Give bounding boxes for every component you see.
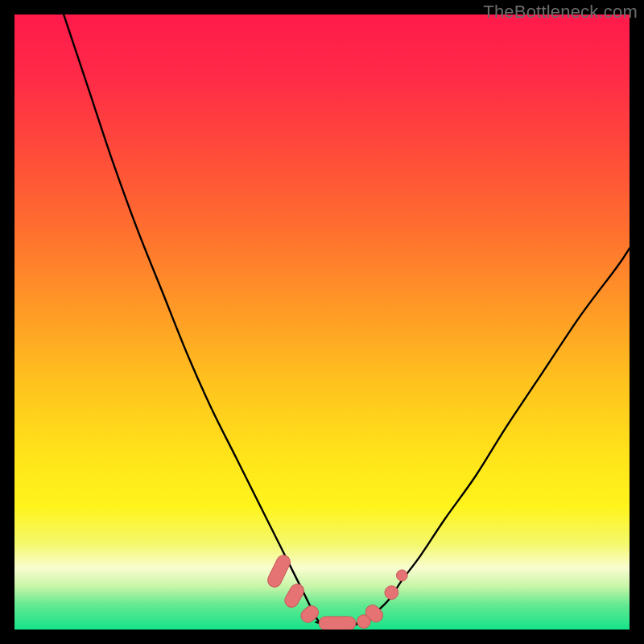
marker-pill	[319, 617, 356, 630]
chart-background	[14, 14, 630, 630]
chart-frame	[14, 14, 630, 630]
marker-dot	[385, 586, 398, 600]
watermark-text: TheBottleneck.com	[483, 2, 638, 23]
bottleneck-chart	[14, 14, 630, 630]
marker-dot	[396, 570, 407, 581]
